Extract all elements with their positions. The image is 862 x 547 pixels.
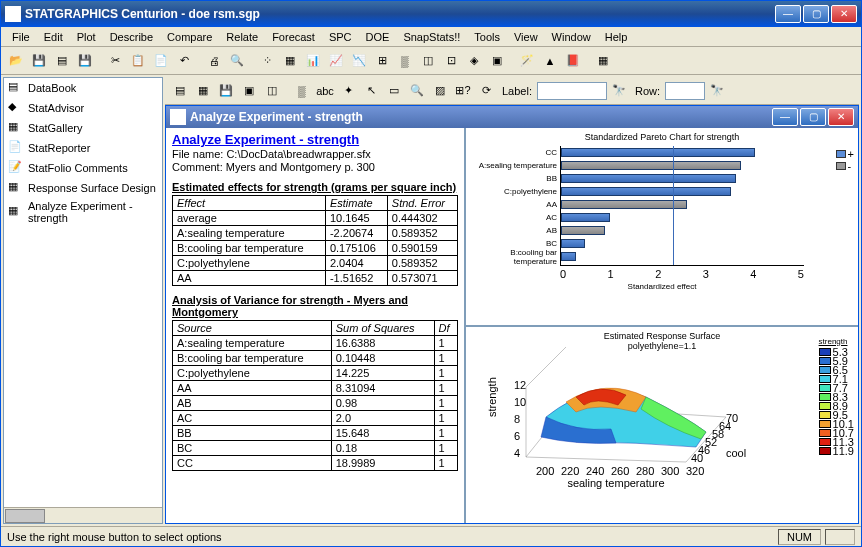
t2-find2-icon[interactable]: 🔭 (706, 80, 728, 102)
surface-plot: sealing temperature cooling bar temperat… (486, 347, 746, 497)
t2-g6-icon[interactable]: ▨ (429, 80, 451, 102)
tb-data-icon[interactable]: ▤ (51, 50, 73, 72)
t2-g3-icon[interactable]: ✦ (337, 80, 359, 102)
child-titlebar[interactable]: ▦ Analyze Experiment - strength — ▢ ✕ (166, 106, 858, 128)
pareto-xlabel: Standardized effect (470, 282, 854, 291)
t2-save-icon[interactable]: 💾 (215, 80, 237, 102)
svg-text:200: 200 (536, 465, 554, 477)
report-heading[interactable]: Analyze Experiment - strength (172, 132, 359, 147)
t2-opts-icon[interactable]: ▣ (238, 80, 260, 102)
tb-print-icon[interactable]: 🖨 (203, 50, 225, 72)
tb-chart7-icon[interactable]: ⊡ (440, 50, 462, 72)
status-text: Use the right mouse button to select opt… (7, 531, 774, 543)
sidebar-item-comments[interactable]: 📝StatFolio Comments (4, 158, 162, 178)
pareto-chart-pane[interactable]: Standardized Pareto Chart for strength +… (466, 128, 858, 327)
tb-open-icon[interactable]: 📂 (5, 50, 27, 72)
report-pane[interactable]: Analyze Experiment - strength File name:… (166, 128, 466, 523)
anova-table: SourceSum of SquaresDfA:sealing temperat… (172, 320, 458, 471)
child-maximize-button[interactable]: ▢ (800, 108, 826, 126)
t2-g5-icon[interactable]: ▭ (383, 80, 405, 102)
anova-title: Analysis of Variance for strength - Myer… (172, 294, 458, 318)
tb-wizard-icon[interactable]: 🪄 (516, 50, 538, 72)
sidebar-item-label: StatFolio Comments (28, 162, 128, 174)
tb-chart1-icon[interactable]: 📊 (302, 50, 324, 72)
menu-help[interactable]: Help (598, 29, 635, 45)
sidebar-item-rsdesign[interactable]: ▦Response Surface Design (4, 178, 162, 198)
tb-copy-icon[interactable]: 📋 (127, 50, 149, 72)
menu-edit[interactable]: Edit (37, 29, 70, 45)
svg-text:10: 10 (514, 396, 526, 408)
menu-spc[interactable]: SPC (322, 29, 359, 45)
tb-preview-icon[interactable]: 🔍 (226, 50, 248, 72)
menu-file[interactable]: File (5, 29, 37, 45)
t2-g8-icon[interactable]: ⟳ (475, 80, 497, 102)
tb-undo-icon[interactable]: ↶ (173, 50, 195, 72)
tb-chart2-icon[interactable]: 📈 (325, 50, 347, 72)
t2-g2-icon[interactable]: abc (314, 80, 336, 102)
tb-cut-icon[interactable]: ✂ (104, 50, 126, 72)
svg-text:260: 260 (611, 465, 629, 477)
tb-chart3-icon[interactable]: 📉 (348, 50, 370, 72)
svg-text:12: 12 (514, 379, 526, 391)
app-window: STATGRAPHICS Centurion - doe rsm.sgp — ▢… (0, 0, 862, 547)
sidebar-item-databook[interactable]: ▤DataBook (4, 78, 162, 98)
menu-forecast[interactable]: Forecast (265, 29, 322, 45)
child-close-button[interactable]: ✕ (828, 108, 854, 126)
tb-six-icon[interactable]: ▲ (539, 50, 561, 72)
t2-zoom-icon[interactable]: 🔍 (406, 80, 428, 102)
tb-chart9-icon[interactable]: ▣ (486, 50, 508, 72)
t2-find-icon[interactable]: 🔭 (608, 80, 630, 102)
toolbar-main: 📂 💾 ▤ 💾 ✂ 📋 📄 ↶ 🖨 🔍 ⁘ ▦ 📊 📈 📉 ⊞ ▒ ◫ ⊡ ◈ … (1, 47, 861, 75)
menu-compare[interactable]: Compare (160, 29, 219, 45)
sidebar-scrollbar[interactable] (4, 507, 162, 523)
t2-pane-icon[interactable]: ◫ (261, 80, 283, 102)
svg-text:280: 280 (636, 465, 654, 477)
titlebar[interactable]: STATGRAPHICS Centurion - doe rsm.sgp — ▢… (1, 1, 861, 27)
minimize-button[interactable]: — (775, 5, 801, 23)
scroll-thumb[interactable] (5, 509, 45, 523)
tb-saveall-icon[interactable]: 💾 (74, 50, 96, 72)
menu-window[interactable]: Window (545, 29, 598, 45)
maximize-button[interactable]: ▢ (803, 5, 829, 23)
surface-chart-pane[interactable]: Estimated Response Surface polyethylene=… (466, 327, 858, 524)
tb-book-icon[interactable]: 📕 (562, 50, 584, 72)
t2-g1-icon[interactable]: ▒ (291, 80, 313, 102)
menu-relate[interactable]: Relate (219, 29, 265, 45)
row-input[interactable] (665, 82, 705, 100)
tb-chart4-icon[interactable]: ⊞ (371, 50, 393, 72)
menu-doe[interactable]: DOE (359, 29, 397, 45)
tb-paste-icon[interactable]: 📄 (150, 50, 172, 72)
tb-scatter-icon[interactable]: ⁘ (256, 50, 278, 72)
close-button[interactable]: ✕ (831, 5, 857, 23)
svg-text:220: 220 (561, 465, 579, 477)
sidebar-item-statreporter[interactable]: 📄StatReporter (4, 138, 162, 158)
sidebar-item-analyze[interactable]: ▦Analyze Experiment - strength (4, 198, 162, 226)
sidebar-item-label: StatAdvisor (28, 102, 84, 114)
sidebar-item-label: StatReporter (28, 142, 90, 154)
t2-g4-icon[interactable]: ↖ (360, 80, 382, 102)
effects-title: Estimated effects for strength (grams pe… (172, 181, 458, 193)
svg-text:240: 240 (586, 465, 604, 477)
tb-chart6-icon[interactable]: ◫ (417, 50, 439, 72)
statreporter-icon: 📄 (8, 140, 24, 156)
tb-grid-icon[interactable]: ▦ (279, 50, 301, 72)
svg-text:4: 4 (514, 447, 520, 459)
t2-graphs-icon[interactable]: ▦ (192, 80, 214, 102)
menu-view[interactable]: View (507, 29, 545, 45)
tb-chart5-icon[interactable]: ▒ (394, 50, 416, 72)
sidebar-item-statgallery[interactable]: ▦StatGallery (4, 118, 162, 138)
menu-plot[interactable]: Plot (70, 29, 103, 45)
svg-text:strength: strength (486, 377, 498, 417)
sidebar-item-statadvisor[interactable]: ◆StatAdvisor (4, 98, 162, 118)
tb-chart8-icon[interactable]: ◈ (463, 50, 485, 72)
menu-snapstats[interactable]: SnapStats!! (396, 29, 467, 45)
tb-table-icon[interactable]: ▦ (592, 50, 614, 72)
child-minimize-button[interactable]: — (772, 108, 798, 126)
t2-g7-icon[interactable]: ⊞? (452, 80, 474, 102)
t2-tables-icon[interactable]: ▤ (169, 80, 191, 102)
label-input[interactable] (537, 82, 607, 100)
menu-tools[interactable]: Tools (467, 29, 507, 45)
svg-text:cooling bar temperature: cooling bar temperature (726, 447, 746, 459)
menu-describe[interactable]: Describe (103, 29, 160, 45)
tb-save-icon[interactable]: 💾 (28, 50, 50, 72)
